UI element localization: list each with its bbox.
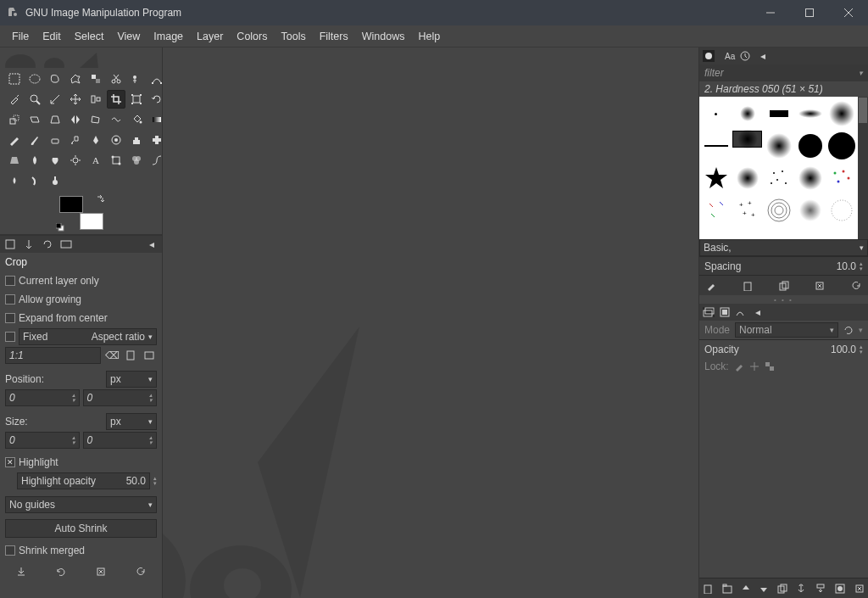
tool-warp[interactable] (107, 110, 125, 129)
brush-grid[interactable]: ++++ (699, 97, 858, 239)
highlight-check[interactable] (5, 457, 15, 467)
duplicate-layer-icon[interactable] (777, 584, 787, 594)
delete-options-icon[interactable] (93, 565, 108, 578)
brush-scrollbar[interactable] (858, 97, 868, 239)
tool-smudge[interactable] (46, 151, 64, 170)
clear-ratio-icon[interactable]: ⌫ (104, 349, 120, 362)
lock-alpha-icon[interactable] (765, 361, 775, 372)
guides-select[interactable]: No guides▾ (5, 496, 157, 513)
panel-grip[interactable]: • • • (699, 295, 868, 304)
tool-scale[interactable] (5, 110, 24, 129)
maximize-button[interactable] (790, 0, 829, 25)
brush-item[interactable] (732, 98, 762, 129)
tool-text[interactable]: A (86, 151, 105, 170)
brush-tab-menu-icon[interactable]: ◂ (760, 50, 765, 62)
brush-item[interactable]: ++++ (732, 195, 762, 226)
tool-shear[interactable] (25, 110, 44, 129)
brush-item[interactable] (826, 163, 856, 193)
tool-rect-select[interactable] (5, 70, 24, 88)
menu-select[interactable]: Select (68, 31, 111, 42)
brush-item[interactable] (701, 195, 731, 226)
device-status-tab[interactable] (22, 238, 36, 251)
layer-list[interactable] (699, 375, 868, 578)
menu-edit[interactable]: Edit (36, 31, 68, 42)
tool-foreground-select[interactable] (127, 70, 146, 88)
brush-item[interactable] (795, 163, 825, 193)
tool-ink[interactable] (86, 131, 105, 149)
landscape-icon[interactable] (142, 349, 157, 362)
restore-options-icon[interactable] (53, 565, 69, 578)
new-layer-icon[interactable] (703, 584, 713, 594)
tool-ellipse-select[interactable] (25, 70, 44, 88)
fonts-tab[interactable]: Aa (725, 50, 735, 62)
tool-free-select[interactable] (46, 70, 64, 88)
duplicate-brush-icon[interactable] (777, 279, 791, 293)
tool-perspective-clone[interactable] (5, 151, 24, 170)
new-group-icon[interactable] (722, 584, 732, 594)
tool-move[interactable] (66, 90, 85, 109)
save-options-icon[interactable] (14, 565, 29, 578)
tool-bucket-fill[interactable] (127, 110, 146, 129)
fg-color-swatch[interactable] (59, 196, 83, 213)
tool-pencil[interactable] (5, 131, 24, 149)
brush-item[interactable] (701, 98, 731, 129)
tool-fuzzy-select[interactable] (66, 70, 85, 88)
tool-blur[interactable] (25, 151, 44, 170)
swap-colors-icon[interactable] (97, 194, 105, 203)
brush-preset-select[interactable]: Basic,▾ (699, 239, 868, 256)
mode-reset-icon[interactable] (843, 325, 854, 335)
expand-center-check[interactable] (5, 313, 15, 323)
tool-mypaint[interactable] (107, 131, 125, 149)
opacity-slider[interactable]: Opacity 100.0▴▾ (699, 339, 868, 358)
brush-item[interactable] (701, 163, 731, 193)
pos-y-input[interactable]: 0▴▾ (83, 389, 158, 406)
tool-unified-transform[interactable] (127, 90, 146, 109)
tool-flip[interactable] (66, 110, 85, 129)
merge-down-icon[interactable] (815, 584, 826, 594)
menu-windows[interactable]: Windows (355, 31, 412, 42)
lower-layer-icon[interactable] (760, 584, 768, 593)
shrink-merged-check[interactable] (5, 545, 15, 556)
auto-shrink-button[interactable]: Auto Shrink (5, 519, 157, 538)
ratio-input[interactable]: 1:1 (5, 347, 101, 364)
tool-airbrush[interactable] (66, 131, 85, 149)
edit-brush-icon[interactable] (704, 279, 718, 293)
brush-item[interactable] (732, 163, 762, 193)
images-tab[interactable] (59, 238, 73, 251)
menu-view[interactable]: View (110, 31, 147, 42)
tool-color-1[interactable] (5, 171, 24, 190)
tool-align[interactable] (86, 90, 105, 109)
tool-scissors[interactable] (107, 70, 125, 88)
layers-tab[interactable] (703, 307, 715, 317)
tab-menu-icon[interactable]: ◂ (145, 238, 159, 251)
brush-item[interactable] (826, 195, 856, 226)
highlight-opacity-slider[interactable]: Highlight opacity 50.0 (17, 472, 150, 489)
fixed-mode-select[interactable]: Fixed Aspect ratio▾ (19, 328, 157, 345)
canvas-area[interactable] (163, 48, 698, 598)
brush-item[interactable] (795, 195, 825, 226)
allow-growing-check[interactable] (5, 294, 15, 305)
brush-item[interactable] (826, 98, 856, 129)
pos-x-input[interactable]: 0▴▾ (5, 389, 80, 406)
delete-brush-icon[interactable] (813, 279, 826, 293)
tool-zoom[interactable] (25, 90, 44, 109)
tool-color-2[interactable] (25, 171, 44, 190)
new-brush-icon[interactable] (741, 279, 754, 293)
current-layer-only-check[interactable] (5, 276, 15, 286)
brush-item[interactable] (764, 163, 793, 193)
mode-select[interactable]: Normal▾ (735, 322, 838, 338)
tool-paintbrush[interactable] (25, 131, 44, 149)
document-history-tab[interactable] (740, 51, 750, 61)
fg-bg-colors[interactable] (3, 192, 159, 234)
default-colors-icon[interactable] (56, 223, 64, 232)
size-h-input[interactable]: 0▴▾ (83, 432, 158, 449)
tool-perspective[interactable] (46, 110, 64, 129)
tool-clone[interactable] (127, 131, 146, 149)
lock-position-icon[interactable] (749, 361, 760, 372)
brush-item[interactable] (764, 195, 793, 226)
reset-options-icon[interactable] (133, 565, 148, 578)
menu-colors[interactable]: Colors (230, 31, 274, 42)
position-unit-select[interactable]: px▾ (106, 371, 157, 388)
layer-tab-menu-icon[interactable]: ◂ (755, 306, 760, 318)
refresh-brushes-icon[interactable] (849, 279, 863, 293)
